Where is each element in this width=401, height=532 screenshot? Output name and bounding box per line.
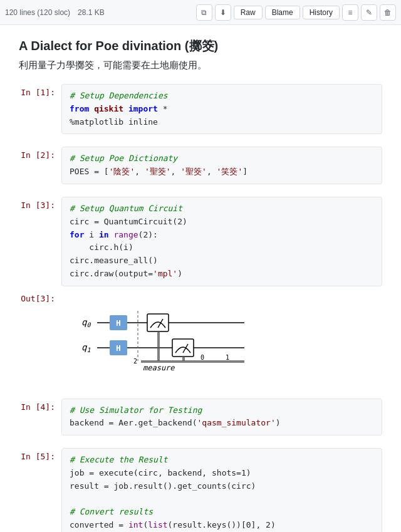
download-icon-btn[interactable]: ⬇ [215,4,231,21]
file-toolbar: 120 lines (120 sloc) 28.1 KB ⧉ ⬇ Raw Bla… [0,0,401,25]
cell-in-1: In [1]: # Setup Dependencies from qiskit… [19,84,382,134]
file-info: 120 lines (120 sloc) 28.1 KB [5,8,192,17]
cell-label-in-3: In [3]: [19,197,61,210]
svg-text:q0: q0 [81,317,91,328]
copy-icon-btn[interactable]: ⧉ [196,4,212,21]
file-size: 28.1 KB [78,8,105,17]
code-box-in-2[interactable]: # Setup Poe Dictionaty POES = ['陰筊', '聖筊… [61,147,382,184]
notebook-subtitle: 利用量子力學擲筊，可能需要在土地廟使用。 [19,60,382,71]
history-button[interactable]: History [303,6,340,19]
line-count: 120 lines (120 sloc) [5,8,70,17]
svg-rect-11 [172,339,194,357]
cell-label-out-3: Out[3]: [19,290,61,303]
circuit-output: q0 q1 H H [61,290,382,386]
cell-in-5: In [5]: # Execute the Result job = execu… [19,448,382,532]
cell-label-in-5: In [5]: [19,448,61,461]
cell-label-in-4: In [4]: [19,399,61,412]
svg-text:H: H [116,318,121,328]
delete-icon-btn[interactable]: 🗑 [380,4,396,21]
quantum-circuit-diagram: q0 q1 H H [75,301,375,375]
toolbar-buttons: ⧉ ⬇ Raw Blame History ≡ ✎ 🗑 [196,4,396,21]
notebook-container: A Dialect for Poe divination (擲筊) 利用量子力學… [0,25,401,532]
cell-in-4: In [4]: # Use Simulator for Testing back… [19,399,382,436]
svg-rect-9 [147,314,169,331]
cell-in-2: In [2]: # Setup Poe Dictionaty POES = ['… [19,147,382,184]
svg-text:H: H [116,343,121,353]
cell-out-3: Out[3]: q0 q1 H H [19,290,382,386]
svg-text:1: 1 [226,354,229,361]
svg-text:2: 2 [133,358,137,365]
svg-text:measure: measure [143,363,175,370]
code-box-in-3[interactable]: # Setup Quantum Circuit circ = QuantumCi… [61,197,382,286]
svg-text:0: 0 [200,354,204,361]
blame-button[interactable]: Blame [265,6,300,19]
code-box-in-1[interactable]: # Setup Dependencies from qiskit import … [61,84,382,134]
cell-label-in-1: In [1]: [19,84,61,97]
svg-text:q1: q1 [81,342,90,353]
cell-in-3: In [3]: # Setup Quantum Circuit circ = Q… [19,197,382,286]
cell-label-in-2: In [2]: [19,147,61,160]
code-box-in-4[interactable]: # Use Simulator for Testing backend = Ae… [61,399,382,436]
raw-button[interactable]: Raw [234,6,263,19]
code-box-in-5[interactable]: # Execute the Result job = execute(circ,… [61,448,382,532]
notebook-title: A Dialect for Poe divination (擲筊) [19,38,382,55]
wrap-icon-btn[interactable]: ≡ [342,4,358,21]
edit-icon-btn[interactable]: ✎ [361,4,377,21]
